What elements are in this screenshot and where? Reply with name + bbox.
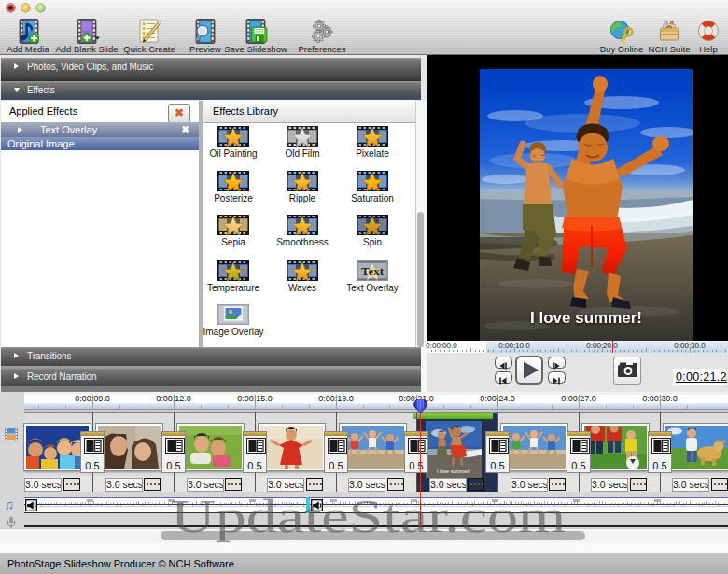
- svg-text:I love summer!: I love summer!: [530, 309, 642, 327]
- svg-text:Text: Text: [361, 264, 385, 278]
- svg-text:I love summer!: I love summer!: [437, 469, 471, 474]
